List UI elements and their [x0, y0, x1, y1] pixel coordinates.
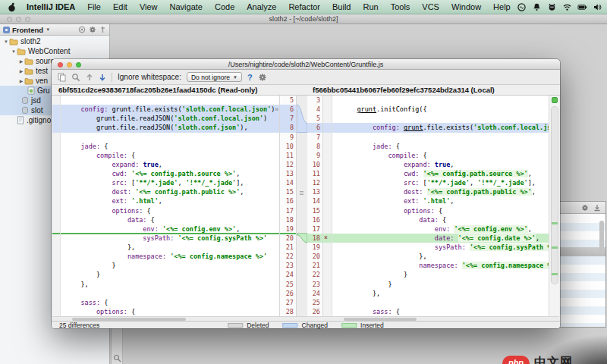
code-line[interactable]: options: { — [332, 206, 549, 215]
wifi-icon[interactable] — [562, 2, 572, 12]
menu-item-tools[interactable]: Tools — [385, 0, 417, 14]
pin-icon[interactable] — [99, 26, 106, 33]
code-line[interactable]: sysPath: '<%= config.sysPath %>' — [61, 234, 279, 243]
next-diff-icon[interactable] — [99, 73, 106, 82]
code-line[interactable]: } — [61, 270, 279, 279]
menu-item-file[interactable]: File — [81, 0, 107, 14]
volume-icon[interactable] — [593, 2, 602, 12]
code-line[interactable]: }, — [332, 289, 549, 298]
locate-file-icon[interactable] — [78, 26, 86, 33]
code-line[interactable]: ext: '.html', — [332, 196, 549, 206]
code-line[interactable]: namespace: '<%= config.namespace %>' — [61, 252, 279, 261]
code-line[interactable]: jade: { — [61, 142, 279, 151]
tree-toggle-icon[interactable]: ▶ — [18, 78, 24, 83]
code-line[interactable] — [332, 298, 549, 307]
ignore-whitespace-dropdown[interactable]: Do not ignore ▼ — [187, 72, 242, 82]
gear-icon[interactable] — [89, 26, 96, 33]
code-line[interactable]: config: grunt.file.exists('sloth.conf.lo… — [332, 123, 549, 132]
tree-item-sloth2[interactable]: ▼sloth2 — [0, 36, 109, 46]
right-editor-scrollbar[interactable] — [549, 96, 559, 316]
code-line[interactable]: } — [332, 270, 549, 279]
code-line[interactable]: env: '<%= config.env %>', — [332, 224, 549, 234]
code-line[interactable]: sysPath: '<%= config.sysPath % — [332, 243, 549, 252]
dialog-title-bar[interactable]: /Users/nightire/code/sloth2/WebContent/G… — [52, 59, 560, 70]
code-line[interactable]: expand: true, — [61, 160, 279, 169]
menu-item-navigate[interactable]: Navigate — [164, 0, 209, 14]
download-icon[interactable] — [593, 204, 601, 212]
menu-item-vcs[interactable]: VCS — [416, 0, 445, 14]
code-line[interactable]: data: { — [61, 215, 279, 224]
code-line[interactable] — [332, 133, 549, 142]
menu-item-view[interactable]: View — [134, 0, 164, 14]
left-editor[interactable]: config: grunt.file.exists('sloth.conf.lo… — [61, 96, 279, 316]
code-line[interactable]: expand: true, — [332, 160, 549, 169]
code-line[interactable]: compile: { — [61, 151, 279, 160]
gear-icon[interactable] — [258, 73, 267, 82]
code-line[interactable] — [61, 289, 279, 298]
bell-status-icon[interactable] — [532, 2, 542, 12]
code-line[interactable]: cwd: '<%= config.path.source %>', — [332, 169, 549, 178]
battery-icon[interactable] — [577, 2, 587, 12]
code-line[interactable]: sass: { — [332, 307, 549, 316]
right-editor[interactable]: grunt.initConfig({ config: grunt.file.ex… — [332, 96, 549, 316]
scrollbar-grip-icon[interactable] — [300, 190, 304, 196]
code-line[interactable]: }, — [332, 252, 549, 261]
code-line[interactable]: options: { — [61, 307, 279, 316]
code-line[interactable]: data: { — [332, 215, 549, 224]
menu-item-run[interactable]: Run — [357, 0, 384, 14]
code-line[interactable]: }, — [61, 243, 279, 252]
menu-item-refactor[interactable]: Refactor — [282, 0, 326, 14]
code-line[interactable]: src: ['**/*.jade', '!**/_*.jade'], — [61, 178, 279, 187]
code-line[interactable]: dest: '<%= config.path.public %>', — [332, 187, 549, 196]
search-icon[interactable] — [71, 73, 80, 82]
code-line[interactable]: options: { — [61, 206, 279, 215]
code-line[interactable]: grunt.file.readJSON('sloth.conf.json'), — [61, 123, 279, 132]
code-line[interactable]: cwd: '<%= config.path.source %>', — [61, 169, 279, 178]
project-view-selector[interactable]: Frontend — [12, 26, 43, 34]
code-line[interactable]: ext: '.html', — [61, 196, 279, 206]
list-selected-row[interactable] — [560, 247, 605, 256]
copy-icon[interactable] — [58, 73, 66, 82]
apple-menu-icon[interactable] — [8, 2, 16, 12]
menu-item-help[interactable]: Help — [487, 0, 517, 14]
tree-toggle-icon[interactable]: ▼ — [3, 39, 9, 44]
code-line[interactable]: date: '<%= config.date %>', — [332, 234, 549, 243]
menu-item-build[interactable]: Build — [326, 0, 357, 14]
code-line[interactable]: compile: { — [332, 151, 549, 160]
code-line[interactable]: jade: { — [332, 142, 549, 151]
code-line[interactable]: grunt.file.readJSON('sloth.conf.local.js… — [61, 114, 279, 123]
code-line[interactable]: config: grunt.file.exists('sloth.conf.lo… — [61, 105, 279, 114]
code-line[interactable] — [61, 96, 279, 105]
face-status-icon[interactable] — [547, 2, 557, 12]
menu-item-edit[interactable]: Edit — [107, 0, 134, 14]
code-line[interactable]: grunt.initConfig({ — [332, 105, 549, 114]
code-line[interactable]: } — [332, 280, 549, 289]
code-line[interactable]: } — [61, 261, 279, 270]
code-line[interactable] — [61, 133, 279, 142]
list-scrollbar[interactable] — [599, 221, 604, 254]
side-tool-window-list[interactable] — [560, 215, 605, 327]
menu-item-code[interactable]: Code — [209, 0, 241, 14]
tree-item-webcontent[interactable]: ▼WebContent — [0, 46, 109, 56]
code-line[interactable]: src: ['**/*.jade', '!**/_*.jade'], — [332, 178, 549, 187]
help-button[interactable]: ? — [247, 73, 253, 82]
code-line[interactable]: dest: '<%= config.path.public %>', — [61, 187, 279, 196]
code-line[interactable]: namespace: '<%= config.namespace % — [332, 261, 549, 270]
gear-icon[interactable] — [581, 204, 589, 212]
code-line[interactable] — [332, 96, 549, 105]
menu-item-window[interactable]: Window — [445, 0, 487, 14]
menu-item-intellij-idea[interactable]: IntelliJ IDEA — [20, 0, 81, 14]
tree-toggle-icon[interactable]: ▶ — [18, 58, 24, 64]
scrollbar-thumb[interactable] — [551, 106, 558, 284]
code-line[interactable]: }, — [61, 280, 279, 289]
pen-status-icon[interactable] — [517, 2, 527, 12]
revert-change-icon[interactable]: × — [324, 234, 328, 243]
tree-toggle-icon[interactable]: ▶ — [18, 68, 24, 74]
previous-diff-icon[interactable] — [86, 73, 93, 82]
tree-toggle-icon[interactable]: ▼ — [11, 49, 17, 54]
code-line[interactable]: sass: { — [61, 298, 279, 307]
ide-title-bar[interactable]: sloth2 - [~/code/sloth2] — [0, 14, 607, 24]
code-line[interactable] — [332, 114, 549, 123]
apply-change-icon[interactable]: » — [275, 105, 278, 114]
menu-item-analyze[interactable]: Analyze — [241, 0, 282, 14]
